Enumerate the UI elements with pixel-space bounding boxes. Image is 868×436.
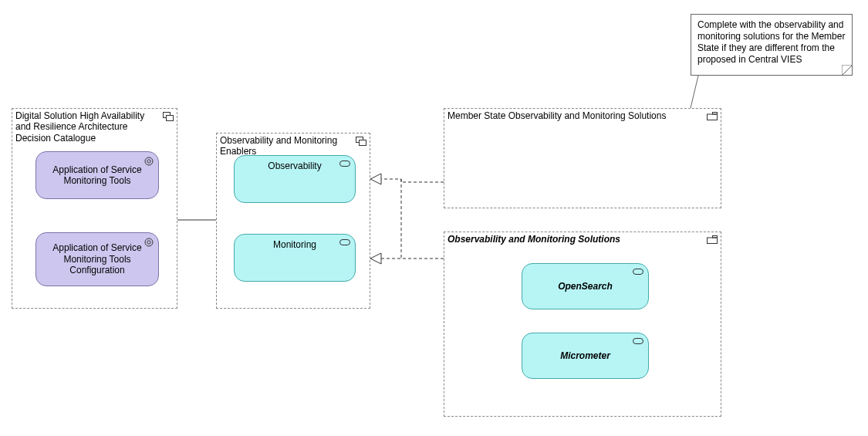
group-ms-solutions-title: Member State Observability and Monitorin…	[448, 110, 705, 121]
node-label: Application of Service Monitoring Tools	[50, 164, 144, 187]
svg-rect-11	[713, 113, 718, 115]
node-service-monitoring-tools[interactable]: Application of Service Monitoring Tools	[35, 151, 159, 199]
node-label: OpenSearch	[558, 281, 613, 292]
node-label: Application of Service Monitoring Tools …	[50, 242, 144, 275]
svg-marker-16	[370, 253, 381, 264]
group-enablers: Observability and Monitoring Enablers Ob…	[216, 133, 370, 309]
svg-rect-9	[360, 140, 366, 146]
group-member-state-solutions: Member State Observability and Monitorin…	[444, 108, 721, 208]
capsule-icon	[339, 239, 350, 245]
group-catalogue-title: Digital Solution High Availability and R…	[15, 110, 161, 144]
group-solutions: Observability and Monitoring Solutions O…	[444, 232, 721, 417]
svg-marker-15	[370, 174, 381, 184]
capsule-icon	[339, 161, 350, 167]
nesting-icon	[163, 112, 174, 121]
node-label: Monitoring	[273, 239, 316, 250]
svg-point-6	[145, 238, 153, 246]
folder-icon	[707, 235, 718, 244]
target-icon	[144, 157, 154, 166]
svg-rect-12	[708, 238, 718, 244]
group-enablers-title: Observability and Monitoring Enablers	[220, 135, 354, 157]
annotation-text: Complete with the observability and moni…	[697, 19, 845, 65]
note-fold-icon	[842, 65, 853, 76]
svg-point-4	[145, 157, 153, 165]
svg-line-18	[691, 76, 698, 108]
node-observability[interactable]: Observability	[234, 155, 356, 203]
capsule-icon	[633, 269, 643, 275]
node-micrometer[interactable]: Micrometer	[522, 333, 649, 379]
node-service-monitoring-tools-config[interactable]: Application of Service Monitoring Tools …	[35, 232, 159, 286]
folder-icon	[707, 112, 718, 120]
nesting-icon	[356, 137, 366, 146]
svg-marker-1	[842, 65, 853, 76]
node-label: Micrometer	[560, 350, 610, 361]
target-icon	[144, 238, 154, 247]
svg-rect-13	[713, 236, 718, 238]
node-opensearch[interactable]: OpenSearch	[522, 263, 649, 309]
svg-rect-10	[708, 114, 718, 120]
svg-rect-3	[167, 116, 174, 121]
annotation-note: Complete with the observability and moni…	[691, 14, 853, 76]
svg-point-7	[147, 241, 150, 244]
capsule-icon	[633, 338, 643, 344]
node-label: Observability	[268, 161, 321, 171]
node-monitoring[interactable]: Monitoring	[234, 234, 356, 282]
svg-point-5	[147, 160, 150, 163]
group-catalogue: Digital Solution High Availability and R…	[12, 108, 177, 309]
group-solutions-title: Observability and Monitoring Solutions	[448, 234, 705, 245]
